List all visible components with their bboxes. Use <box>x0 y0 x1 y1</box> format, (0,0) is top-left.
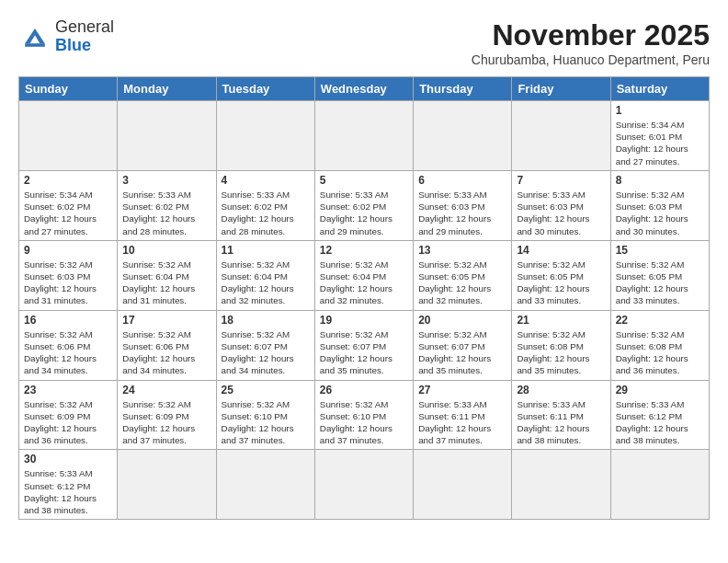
day-info: Sunrise: 5:33 AMSunset: 6:03 PMDaylight:… <box>517 189 605 237</box>
day-info: Sunrise: 5:32 AMSunset: 6:06 PMDaylight:… <box>24 328 112 377</box>
calendar-body: 1Sunrise: 5:34 AMSunset: 6:01 PMDaylight… <box>19 101 710 520</box>
calendar-cell: 5Sunrise: 5:33 AMSunset: 6:02 PMDaylight… <box>314 170 413 240</box>
day-number: 12 <box>320 244 408 257</box>
day-info: Sunrise: 5:32 AMSunset: 6:09 PMDaylight:… <box>122 398 210 447</box>
day-info: Sunrise: 5:32 AMSunset: 6:10 PMDaylight:… <box>320 398 408 447</box>
day-number: 30 <box>24 453 112 465</box>
day-info: Sunrise: 5:33 AMSunset: 6:02 PMDaylight:… <box>320 189 408 237</box>
calendar-cell <box>512 101 610 171</box>
week-row-2: 2Sunrise: 5:34 AMSunset: 6:02 PMDaylight… <box>19 170 710 240</box>
day-info: Sunrise: 5:32 AMSunset: 6:07 PMDaylight:… <box>222 328 310 377</box>
calendar-cell: 16Sunrise: 5:32 AMSunset: 6:06 PMDayligh… <box>19 310 118 380</box>
weekday-header-row: SundayMondayTuesdayWednesdayThursdayFrid… <box>19 77 710 101</box>
day-number: 3 <box>122 174 210 187</box>
day-info: Sunrise: 5:32 AMSunset: 6:04 PMDaylight:… <box>122 259 210 307</box>
day-number: 10 <box>122 244 210 257</box>
title-block: November 2025 Churubamba, Huanuco Depart… <box>472 18 710 67</box>
day-info: Sunrise: 5:32 AMSunset: 6:04 PMDaylight:… <box>320 259 408 307</box>
day-info: Sunrise: 5:33 AMSunset: 6:11 PMDaylight:… <box>418 398 506 447</box>
calendar-cell: 7Sunrise: 5:33 AMSunset: 6:03 PMDaylight… <box>512 170 610 240</box>
day-number: 28 <box>517 384 605 396</box>
day-info: Sunrise: 5:32 AMSunset: 6:06 PMDaylight:… <box>122 328 210 377</box>
day-number: 27 <box>418 384 506 396</box>
day-number: 9 <box>24 244 112 257</box>
calendar-cell: 14Sunrise: 5:32 AMSunset: 6:05 PMDayligh… <box>512 240 610 310</box>
calendar-cell: 4Sunrise: 5:33 AMSunset: 6:02 PMDaylight… <box>216 170 314 240</box>
logo-icon <box>18 20 51 53</box>
calendar-cell: 25Sunrise: 5:32 AMSunset: 6:10 PMDayligh… <box>216 380 314 450</box>
day-number: 2 <box>24 174 112 187</box>
day-number: 6 <box>418 174 506 187</box>
day-number: 15 <box>616 244 704 257</box>
week-row-4: 16Sunrise: 5:32 AMSunset: 6:06 PMDayligh… <box>19 310 710 380</box>
calendar-cell <box>414 450 512 520</box>
day-info: Sunrise: 5:34 AMSunset: 6:02 PMDaylight:… <box>24 189 112 237</box>
calendar-cell: 12Sunrise: 5:32 AMSunset: 6:04 PMDayligh… <box>314 240 413 310</box>
day-info: Sunrise: 5:32 AMSunset: 6:03 PMDaylight:… <box>616 189 704 237</box>
day-info: Sunrise: 5:32 AMSunset: 6:07 PMDaylight:… <box>320 328 408 377</box>
day-info: Sunrise: 5:32 AMSunset: 6:03 PMDaylight:… <box>24 259 112 307</box>
location-subtitle: Churubamba, Huanuco Department, Peru <box>472 52 710 67</box>
weekday-monday: Monday <box>118 77 216 101</box>
weekday-thursday: Thursday <box>414 77 512 101</box>
day-number: 8 <box>616 174 704 187</box>
calendar-cell: 26Sunrise: 5:32 AMSunset: 6:10 PMDayligh… <box>314 380 413 450</box>
day-info: Sunrise: 5:33 AMSunset: 6:02 PMDaylight:… <box>122 189 210 237</box>
svg-rect-3 <box>25 43 45 47</box>
day-number: 14 <box>517 244 605 257</box>
calendar-cell: 20Sunrise: 5:32 AMSunset: 6:07 PMDayligh… <box>414 310 512 380</box>
calendar-cell: 22Sunrise: 5:32 AMSunset: 6:08 PMDayligh… <box>610 310 709 380</box>
calendar-cell: 3Sunrise: 5:33 AMSunset: 6:02 PMDaylight… <box>118 170 216 240</box>
calendar-cell: 1Sunrise: 5:34 AMSunset: 6:01 PMDaylight… <box>610 101 709 171</box>
week-row-3: 9Sunrise: 5:32 AMSunset: 6:03 PMDaylight… <box>19 240 710 310</box>
calendar-cell: 11Sunrise: 5:32 AMSunset: 6:04 PMDayligh… <box>216 240 314 310</box>
day-number: 23 <box>24 384 112 396</box>
day-number: 17 <box>122 314 210 327</box>
weekday-sunday: Sunday <box>19 77 118 101</box>
day-info: Sunrise: 5:33 AMSunset: 6:12 PMDaylight:… <box>616 398 704 447</box>
calendar-cell: 27Sunrise: 5:33 AMSunset: 6:11 PMDayligh… <box>414 380 512 450</box>
calendar-table: SundayMondayTuesdayWednesdayThursdayFrid… <box>18 76 710 520</box>
day-number: 18 <box>222 314 310 327</box>
calendar-cell: 13Sunrise: 5:32 AMSunset: 6:05 PMDayligh… <box>414 240 512 310</box>
day-info: Sunrise: 5:32 AMSunset: 6:09 PMDaylight:… <box>24 398 112 447</box>
day-info: Sunrise: 5:32 AMSunset: 6:07 PMDaylight:… <box>418 328 506 377</box>
week-row-1: 1Sunrise: 5:34 AMSunset: 6:01 PMDaylight… <box>19 101 710 171</box>
calendar-cell <box>314 450 413 520</box>
day-number: 19 <box>320 314 408 327</box>
week-row-5: 23Sunrise: 5:32 AMSunset: 6:09 PMDayligh… <box>19 380 710 450</box>
calendar-cell: 17Sunrise: 5:32 AMSunset: 6:06 PMDayligh… <box>118 310 216 380</box>
day-number: 26 <box>320 384 408 396</box>
day-info: Sunrise: 5:34 AMSunset: 6:01 PMDaylight:… <box>616 119 704 167</box>
calendar-cell <box>216 101 314 171</box>
day-number: 11 <box>222 244 310 257</box>
calendar-cell: 23Sunrise: 5:32 AMSunset: 6:09 PMDayligh… <box>19 380 118 450</box>
calendar-cell: 28Sunrise: 5:33 AMSunset: 6:11 PMDayligh… <box>512 380 610 450</box>
logo: General Blue <box>18 18 114 55</box>
day-number: 7 <box>517 174 605 187</box>
calendar-cell <box>118 101 216 171</box>
logo-text: General Blue <box>55 18 114 55</box>
day-info: Sunrise: 5:33 AMSunset: 6:03 PMDaylight:… <box>418 189 506 237</box>
calendar-cell <box>314 101 413 171</box>
day-info: Sunrise: 5:33 AMSunset: 6:12 PMDaylight:… <box>24 467 112 516</box>
calendar-cell: 8Sunrise: 5:32 AMSunset: 6:03 PMDaylight… <box>610 170 709 240</box>
day-info: Sunrise: 5:32 AMSunset: 6:04 PMDaylight:… <box>222 259 310 307</box>
day-number: 21 <box>517 314 605 327</box>
week-row-6: 30Sunrise: 5:33 AMSunset: 6:12 PMDayligh… <box>19 450 710 520</box>
weekday-tuesday: Tuesday <box>216 77 314 101</box>
page-header: General Blue November 2025 Churubamba, H… <box>18 18 710 67</box>
weekday-wednesday: Wednesday <box>314 77 413 101</box>
day-info: Sunrise: 5:33 AMSunset: 6:02 PMDaylight:… <box>222 189 310 237</box>
day-number: 5 <box>320 174 408 187</box>
calendar-cell: 15Sunrise: 5:32 AMSunset: 6:05 PMDayligh… <box>610 240 709 310</box>
calendar-cell <box>118 450 216 520</box>
day-number: 16 <box>24 314 112 327</box>
day-number: 24 <box>122 384 210 396</box>
day-number: 22 <box>616 314 704 327</box>
month-title: November 2025 <box>472 18 710 52</box>
calendar-cell: 18Sunrise: 5:32 AMSunset: 6:07 PMDayligh… <box>216 310 314 380</box>
calendar-cell: 30Sunrise: 5:33 AMSunset: 6:12 PMDayligh… <box>19 450 118 520</box>
calendar-cell: 9Sunrise: 5:32 AMSunset: 6:03 PMDaylight… <box>19 240 118 310</box>
day-number: 1 <box>616 104 704 117</box>
